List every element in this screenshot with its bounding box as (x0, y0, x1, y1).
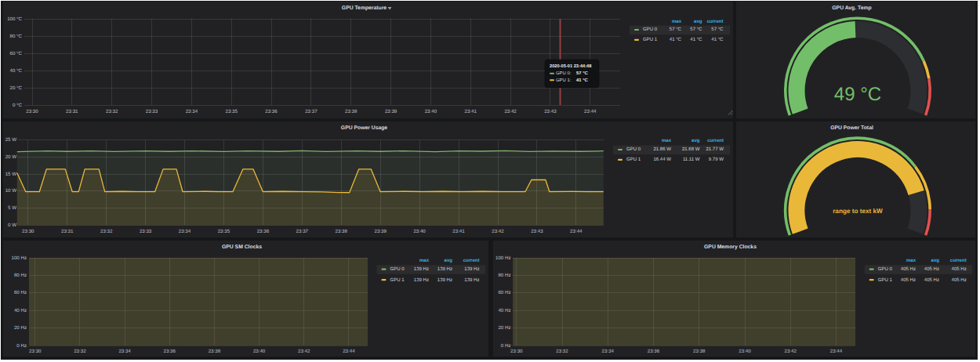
svg-text:23:39: 23:39 (385, 109, 397, 114)
svg-text:23:44: 23:44 (343, 349, 355, 354)
svg-text:23:39: 23:39 (375, 229, 387, 234)
svg-text:20 Hz: 20 Hz (14, 325, 27, 331)
svg-text:57 °C: 57 °C (576, 71, 589, 76)
svg-text:GPU Power Usage: GPU Power Usage (341, 125, 388, 131)
svg-text:23:33: 23:33 (140, 229, 152, 234)
svg-text:405 Hz: 405 Hz (952, 277, 967, 283)
svg-text:23:41: 23:41 (465, 109, 477, 114)
svg-text:41 °C: 41 °C (670, 37, 682, 42)
svg-text:15 W: 15 W (5, 172, 17, 177)
svg-text:max: max (662, 139, 672, 143)
svg-text:current: current (707, 20, 724, 24)
svg-text:0 Hz: 0 Hz (501, 343, 511, 349)
svg-text:max: max (906, 259, 916, 263)
svg-text:GPU 1:: GPU 1: (556, 78, 572, 83)
svg-text:23:41: 23:41 (452, 229, 465, 234)
svg-text:0 W: 0 W (8, 223, 16, 228)
svg-text:23:31: 23:31 (61, 229, 74, 234)
svg-text:23:34: 23:34 (118, 349, 131, 354)
svg-text:GPU 0: GPU 0 (878, 266, 893, 272)
svg-text:9.79 W: 9.79 W (709, 157, 724, 162)
svg-text:avg: avg (931, 259, 940, 263)
svg-text:40 °C: 40 °C (10, 68, 23, 74)
svg-text:139 Hz: 139 Hz (437, 266, 452, 272)
svg-text:23:32: 23:32 (556, 349, 568, 354)
svg-text:23:40: 23:40 (425, 109, 437, 114)
svg-text:23:40: 23:40 (413, 229, 426, 234)
svg-text:60 Hz: 60 Hz (14, 290, 27, 295)
svg-text:21.68 W: 21.68 W (682, 147, 700, 152)
svg-text:23:32: 23:32 (100, 229, 113, 234)
svg-text:GPU Avg. Temp: GPU Avg. Temp (832, 5, 871, 11)
svg-text:25 W: 25 W (5, 137, 17, 143)
svg-text:23:32: 23:32 (74, 349, 86, 354)
svg-text:current: current (707, 139, 724, 143)
svg-text:23:42: 23:42 (298, 349, 310, 354)
svg-text:current: current (463, 259, 480, 263)
svg-text:23:38: 23:38 (336, 229, 348, 234)
svg-text:max: max (672, 20, 682, 24)
svg-text:41 °C: 41 °C (690, 37, 702, 42)
svg-text:80 Hz: 80 Hz (14, 273, 27, 278)
svg-text:405 Hz: 405 Hz (924, 277, 939, 283)
svg-text:GPU 1: GPU 1 (390, 277, 405, 283)
svg-text:23:42: 23:42 (492, 229, 504, 234)
svg-text:GPU Power Total: GPU Power Total (830, 125, 873, 131)
svg-text:23:44: 23:44 (830, 349, 843, 354)
svg-text:10 W: 10 W (5, 188, 17, 194)
svg-text:60 Hz: 60 Hz (498, 290, 510, 295)
svg-text:40 Hz: 40 Hz (498, 308, 510, 313)
svg-text:16.44 W: 16.44 W (653, 157, 671, 162)
svg-text:20 Hz: 20 Hz (498, 325, 510, 331)
svg-text:139 Hz: 139 Hz (464, 277, 479, 283)
svg-text:23:37: 23:37 (296, 229, 309, 234)
svg-text:100 Hz: 100 Hz (495, 255, 510, 261)
svg-text:23:42: 23:42 (504, 109, 517, 114)
svg-text:21.77 W: 21.77 W (706, 147, 724, 152)
svg-text:23:36: 23:36 (648, 349, 660, 354)
svg-text:GPU Temperature: GPU Temperature (342, 5, 387, 11)
svg-text:GPU 0: GPU 0 (390, 266, 405, 272)
svg-text:60 °C: 60 °C (10, 51, 23, 56)
svg-text:23:30: 23:30 (22, 229, 34, 234)
svg-text:139 Hz: 139 Hz (464, 266, 479, 272)
svg-text:GPU 0: GPU 0 (643, 27, 658, 32)
svg-text:23:43: 23:43 (544, 109, 557, 114)
svg-text:23:33: 23:33 (146, 109, 158, 114)
svg-text:GPU 0:: GPU 0: (556, 71, 572, 76)
svg-text:11.11 W: 11.11 W (683, 157, 700, 162)
svg-text:41 °C: 41 °C (711, 37, 724, 42)
svg-text:GPU 1: GPU 1 (643, 37, 658, 42)
svg-text:current: current (950, 259, 967, 263)
svg-text:GPU SM Clocks: GPU SM Clocks (222, 244, 262, 250)
svg-text:GPU 1: GPU 1 (878, 277, 893, 283)
svg-text:405 Hz: 405 Hz (901, 266, 916, 272)
svg-text:139 Hz: 139 Hz (414, 277, 429, 283)
svg-text:405 Hz: 405 Hz (924, 266, 939, 272)
svg-text:avg: avg (691, 139, 700, 143)
svg-text:23:30: 23:30 (26, 109, 38, 114)
svg-text:2020-05-01 23:44:48: 2020-05-01 23:44:48 (550, 64, 591, 69)
svg-text:23:43: 23:43 (531, 229, 543, 234)
svg-text:100 °C: 100 °C (7, 16, 22, 22)
svg-text:23:44: 23:44 (584, 109, 597, 114)
svg-text:21.86 W: 21.86 W (653, 147, 671, 152)
svg-text:405 Hz: 405 Hz (901, 277, 916, 283)
svg-text:0 Hz: 0 Hz (16, 343, 27, 349)
svg-text:23:36: 23:36 (265, 109, 278, 114)
svg-text:max: max (419, 259, 430, 263)
svg-text:57 °C: 57 °C (711, 27, 724, 32)
svg-text:23:30: 23:30 (29, 349, 42, 354)
svg-text:23:38: 23:38 (209, 349, 221, 354)
svg-text:avg: avg (445, 259, 453, 263)
svg-text:23:32: 23:32 (106, 109, 118, 114)
svg-text:GPU 1: GPU 1 (626, 157, 641, 162)
svg-text:41 °C: 41 °C (576, 78, 589, 83)
svg-text:20 °C: 20 °C (10, 85, 23, 91)
svg-text:23:35: 23:35 (218, 229, 230, 234)
svg-text:23:37: 23:37 (305, 109, 318, 114)
svg-text:23:30: 23:30 (510, 349, 523, 354)
svg-text:23:38: 23:38 (693, 349, 706, 354)
svg-text:23:36: 23:36 (164, 349, 176, 354)
svg-text:100 Hz: 100 Hz (12, 255, 27, 261)
